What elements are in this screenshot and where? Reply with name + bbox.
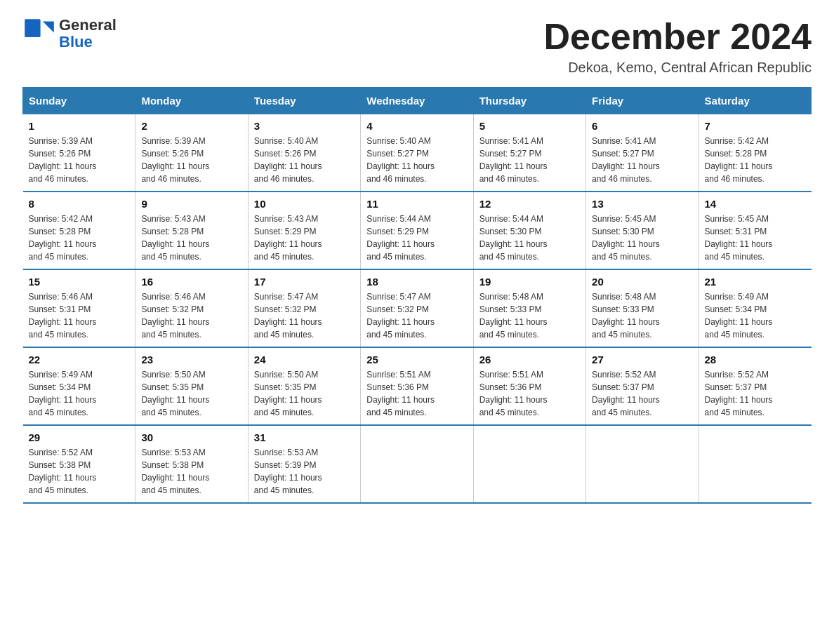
logo-text: General Blue [59, 17, 117, 51]
calendar-cell: 2Sunrise: 5:39 AMSunset: 5:26 PMDaylight… [135, 114, 248, 192]
calendar-table: Sunday Monday Tuesday Wednesday Thursday… [22, 87, 812, 504]
calendar-subtitle: Dekoa, Kemo, Central African Republic [543, 60, 812, 76]
day-info: Sunrise: 5:53 AMSunset: 5:39 PMDaylight:… [254, 446, 355, 497]
logo-general-text: General [59, 17, 117, 34]
day-info: Sunrise: 5:45 AMSunset: 5:31 PMDaylight:… [705, 213, 806, 263]
calendar-cell: 20Sunrise: 5:48 AMSunset: 5:33 PMDayligh… [586, 269, 699, 347]
day-info: Sunrise: 5:46 AMSunset: 5:31 PMDaylight:… [29, 290, 130, 341]
day-number: 21 [705, 276, 806, 288]
calendar-cell: 10Sunrise: 5:43 AMSunset: 5:29 PMDayligh… [248, 192, 360, 269]
col-saturday: Saturday [699, 88, 811, 114]
calendar-cell: 28Sunrise: 5:52 AMSunset: 5:37 PMDayligh… [699, 347, 811, 425]
day-number: 23 [141, 354, 241, 365]
calendar-week-row: 8Sunrise: 5:42 AMSunset: 5:28 PMDaylight… [23, 192, 812, 269]
day-info: Sunrise: 5:42 AMSunset: 5:28 PMDaylight:… [29, 213, 130, 263]
calendar-week-row: 29Sunrise: 5:52 AMSunset: 5:38 PMDayligh… [23, 425, 812, 503]
day-info: Sunrise: 5:43 AMSunset: 5:28 PMDaylight:… [141, 213, 241, 263]
day-number: 14 [705, 198, 806, 210]
calendar-cell [699, 425, 811, 503]
calendar-cell: 1Sunrise: 5:39 AMSunset: 5:26 PMDaylight… [23, 114, 135, 192]
title-block: December 2024 Dekoa, Kemo, Central Afric… [543, 17, 812, 76]
day-number: 26 [479, 354, 580, 365]
col-friday: Friday [586, 88, 699, 114]
day-info: Sunrise: 5:43 AMSunset: 5:29 PMDaylight:… [254, 213, 355, 263]
day-info: Sunrise: 5:41 AMSunset: 5:27 PMDaylight:… [592, 135, 692, 185]
day-number: 19 [479, 276, 580, 288]
day-info: Sunrise: 5:49 AMSunset: 5:34 PMDaylight:… [29, 368, 130, 419]
day-info: Sunrise: 5:48 AMSunset: 5:33 PMDaylight:… [592, 290, 692, 341]
day-number: 25 [366, 354, 467, 365]
day-number: 22 [29, 354, 130, 365]
day-info: Sunrise: 5:52 AMSunset: 5:37 PMDaylight:… [705, 368, 806, 419]
calendar-cell: 27Sunrise: 5:52 AMSunset: 5:37 PMDayligh… [586, 347, 699, 425]
day-info: Sunrise: 5:39 AMSunset: 5:26 PMDaylight:… [141, 135, 241, 185]
day-number: 4 [366, 120, 467, 132]
calendar-cell: 23Sunrise: 5:50 AMSunset: 5:35 PMDayligh… [135, 347, 248, 425]
day-number: 28 [705, 354, 806, 365]
day-number: 12 [479, 198, 580, 210]
calendar-cell: 9Sunrise: 5:43 AMSunset: 5:28 PMDaylight… [135, 192, 248, 269]
day-info: Sunrise: 5:42 AMSunset: 5:28 PMDaylight:… [705, 135, 806, 185]
day-info: Sunrise: 5:47 AMSunset: 5:32 PMDaylight:… [254, 290, 355, 341]
calendar-cell: 22Sunrise: 5:49 AMSunset: 5:34 PMDayligh… [23, 347, 135, 425]
calendar-cell: 8Sunrise: 5:42 AMSunset: 5:28 PMDaylight… [23, 192, 135, 269]
day-info: Sunrise: 5:40 AMSunset: 5:27 PMDaylight:… [366, 135, 467, 185]
day-number: 17 [254, 276, 355, 288]
day-number: 13 [592, 198, 692, 210]
col-tuesday: Tuesday [248, 88, 360, 114]
logo-icon [22, 17, 56, 51]
day-number: 9 [141, 198, 241, 210]
day-info: Sunrise: 5:50 AMSunset: 5:35 PMDaylight:… [254, 368, 355, 419]
day-number: 18 [366, 276, 467, 288]
day-info: Sunrise: 5:44 AMSunset: 5:29 PMDaylight:… [366, 213, 467, 263]
day-number: 5 [479, 120, 580, 132]
col-monday: Monday [135, 88, 248, 114]
day-info: Sunrise: 5:40 AMSunset: 5:26 PMDaylight:… [254, 135, 355, 185]
calendar-cell: 31Sunrise: 5:53 AMSunset: 5:39 PMDayligh… [248, 425, 360, 503]
day-info: Sunrise: 5:51 AMSunset: 5:36 PMDaylight:… [479, 368, 580, 419]
calendar-cell [361, 425, 473, 503]
day-number: 2 [141, 120, 241, 132]
svg-marker-2 [43, 22, 54, 33]
calendar-header-row: Sunday Monday Tuesday Wednesday Thursday… [23, 88, 812, 114]
day-number: 7 [705, 120, 806, 132]
day-number: 11 [366, 198, 467, 210]
day-number: 30 [141, 431, 241, 443]
calendar-cell [586, 425, 699, 503]
calendar-cell [473, 425, 585, 503]
day-number: 15 [29, 276, 130, 288]
day-number: 24 [254, 354, 355, 365]
calendar-cell: 24Sunrise: 5:50 AMSunset: 5:35 PMDayligh… [248, 347, 360, 425]
day-number: 31 [254, 431, 355, 443]
day-number: 3 [254, 120, 355, 132]
day-info: Sunrise: 5:44 AMSunset: 5:30 PMDaylight:… [479, 213, 580, 263]
calendar-cell: 13Sunrise: 5:45 AMSunset: 5:30 PMDayligh… [586, 192, 699, 269]
col-sunday: Sunday [23, 88, 135, 114]
day-number: 16 [141, 276, 241, 288]
calendar-cell: 18Sunrise: 5:47 AMSunset: 5:32 PMDayligh… [361, 269, 473, 347]
calendar-cell: 16Sunrise: 5:46 AMSunset: 5:32 PMDayligh… [135, 269, 248, 347]
day-info: Sunrise: 5:50 AMSunset: 5:35 PMDaylight:… [141, 368, 241, 419]
logo: General Blue [22, 17, 117, 51]
calendar-cell: 4Sunrise: 5:40 AMSunset: 5:27 PMDaylight… [361, 114, 473, 192]
col-wednesday: Wednesday [361, 88, 473, 114]
day-info: Sunrise: 5:48 AMSunset: 5:33 PMDaylight:… [479, 290, 580, 341]
day-number: 1 [29, 120, 130, 132]
calendar-cell: 30Sunrise: 5:53 AMSunset: 5:38 PMDayligh… [135, 425, 248, 503]
day-info: Sunrise: 5:51 AMSunset: 5:36 PMDaylight:… [366, 368, 467, 419]
calendar-week-row: 22Sunrise: 5:49 AMSunset: 5:34 PMDayligh… [23, 347, 812, 425]
calendar-cell: 3Sunrise: 5:40 AMSunset: 5:26 PMDaylight… [248, 114, 360, 192]
calendar-week-row: 15Sunrise: 5:46 AMSunset: 5:31 PMDayligh… [23, 269, 812, 347]
day-number: 6 [592, 120, 692, 132]
calendar-cell: 26Sunrise: 5:51 AMSunset: 5:36 PMDayligh… [473, 347, 585, 425]
calendar-cell: 15Sunrise: 5:46 AMSunset: 5:31 PMDayligh… [23, 269, 135, 347]
page-header: General Blue December 2024 Dekoa, Kemo, … [22, 17, 812, 76]
calendar-cell: 14Sunrise: 5:45 AMSunset: 5:31 PMDayligh… [699, 192, 811, 269]
calendar-cell: 21Sunrise: 5:49 AMSunset: 5:34 PMDayligh… [699, 269, 811, 347]
day-info: Sunrise: 5:52 AMSunset: 5:38 PMDaylight:… [29, 446, 130, 497]
calendar-cell: 17Sunrise: 5:47 AMSunset: 5:32 PMDayligh… [248, 269, 360, 347]
day-number: 29 [29, 431, 130, 443]
calendar-cell: 11Sunrise: 5:44 AMSunset: 5:29 PMDayligh… [361, 192, 473, 269]
calendar-title: December 2024 [543, 17, 812, 57]
day-number: 27 [592, 354, 692, 365]
